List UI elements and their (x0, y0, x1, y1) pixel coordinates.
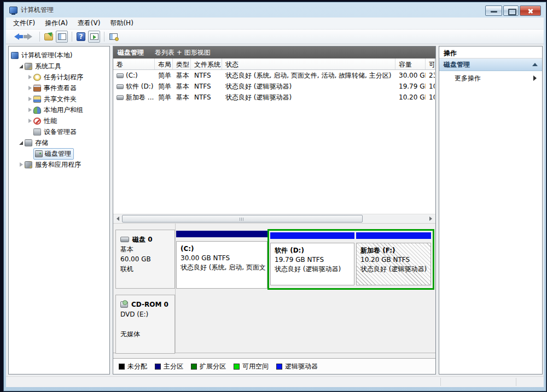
back-icon[interactable] (10, 31, 22, 43)
legend-swatch (119, 364, 125, 370)
console-options-icon[interactable] (107, 31, 119, 43)
tree-item-storage[interactable]: 存储 (9, 137, 109, 148)
forward-icon[interactable] (24, 31, 36, 43)
column-free-space[interactable]: 可用空间 (426, 58, 435, 69)
scrollbar-thumb[interactable] (122, 215, 363, 223)
partition-c[interactable]: (C:) 30.00 GB NTFS 状态良好 (系统, 启动, 页面文 (176, 231, 267, 290)
partition-size: 10.20 GB NTFS (360, 255, 430, 265)
volume-type: 基本 (173, 82, 191, 91)
content-area: 计算机管理(本地) 系统工具 任务计划程序 事件查看器 (6, 44, 544, 376)
partition-status: 状态良好 (系统, 启动, 页面文 (181, 263, 267, 272)
collapsed-triangle-icon[interactable] (26, 86, 33, 90)
cdrom-label-box[interactable]: CD-ROM 0 DVD (E:) 无媒体 (115, 295, 175, 354)
export-list-icon[interactable] (43, 31, 55, 43)
volume-capacity: 19.79 GB (395, 83, 426, 90)
legend-label: 未分配 (127, 362, 147, 371)
volume-free: 10 (426, 93, 435, 101)
tree-item-performance[interactable]: 性能 (9, 115, 109, 126)
volume-capacity: 10.20 GB (395, 93, 426, 101)
cdrom-media: 无媒体 (120, 329, 174, 339)
tree-item-label: 性能 (44, 116, 57, 126)
legend-label: 逻辑驱动器 (285, 362, 318, 371)
column-type[interactable]: 类型 (173, 58, 191, 69)
disk-icon (120, 237, 129, 242)
storage-icon (25, 139, 32, 147)
cdrom-drive: DVD (E:) (120, 309, 174, 319)
menu-help[interactable]: 帮助(H) (105, 17, 138, 29)
help-icon[interactable]: ? (75, 31, 87, 43)
volume-table-header: 卷 布局 类型 文件系统 状态 容量 可用空间 (113, 58, 435, 70)
column-filesystem[interactable]: 文件系统 (191, 58, 222, 69)
show-console-tree-icon[interactable] (56, 31, 68, 43)
tree-item-system-tools[interactable]: 系统工具 (9, 61, 109, 72)
tree-item-local-users-groups[interactable]: 本地用户和组 (9, 104, 109, 115)
disk0-row: 磁盘 0 基本 60.00 GB 联机 (C:) 30.00 GB NTFS 状… (115, 229, 433, 291)
tree-item-label: 事件查看器 (44, 84, 77, 93)
disk0-type: 基本 (120, 244, 174, 254)
tree-item-services-applications[interactable]: 服务和应用程序 (9, 159, 109, 170)
tree-item-label: 设备管理器 (44, 127, 77, 137)
window-title: 计算机管理 (21, 5, 54, 15)
primary-partition-bar (176, 231, 267, 237)
expanded-triangle-icon[interactable] (18, 65, 25, 68)
partition-size: 30.00 GB NTFS (181, 254, 267, 263)
shared-folders-icon (33, 96, 41, 103)
menu-action[interactable]: 操作(A) (40, 17, 73, 29)
volume-layout: 简单 (155, 93, 173, 102)
close-button[interactable] (520, 5, 541, 16)
actions-section-disk-management[interactable]: 磁盘管理 (439, 58, 542, 71)
disk0-label-box[interactable]: 磁盘 0 基本 60.00 GB 联机 (115, 230, 175, 289)
collapsed-triangle-icon[interactable] (26, 75, 33, 79)
legend-swatch (276, 364, 282, 370)
tree-item-shared-folders[interactable]: 共享文件夹 (9, 93, 109, 104)
legend-extended: 扩展分区 (191, 362, 226, 371)
column-layout[interactable]: 布局 (155, 58, 173, 69)
tree-item-disk-management[interactable]: 磁盘管理 (9, 148, 109, 159)
volume-row-c[interactable]: (C:) 简单 基本 NTFS 状态良好 (系统, 启动, 页面文件, 活动, … (113, 70, 435, 81)
disk-management-icon (35, 150, 43, 157)
legend-swatch (191, 364, 197, 370)
minimize-button[interactable] (485, 5, 502, 16)
collapsed-triangle-icon[interactable] (18, 162, 25, 167)
legend-swatch (155, 364, 161, 370)
volume-fs: NTFS (191, 83, 222, 90)
cdrom-icon (120, 301, 128, 308)
column-volume[interactable]: 卷 (113, 58, 155, 69)
status-bar (6, 376, 544, 387)
menu-file[interactable]: 文件(F) (8, 17, 40, 29)
partition-d[interactable]: 软件 (D:) 19.79 GB NTFS 状态良好 (逻辑驱动器) (270, 232, 354, 286)
more-actions-item[interactable]: 更多操作 (439, 71, 542, 85)
scroll-left-icon[interactable] (113, 214, 123, 223)
computer-management-window: 计算机管理 文件(F) 操作(A) 查看(V) 帮助(H) ? 计算机管理(本地… (3, 2, 546, 391)
volume-row-f[interactable]: 新加卷 ... 简单 基本 NTFS 状态良好 (逻辑驱动器) 10.20 GB… (113, 92, 435, 103)
tree-item-event-viewer[interactable]: 事件查看器 (9, 83, 109, 93)
show-action-pane-icon[interactable] (88, 31, 100, 43)
collapse-icon[interactable] (532, 63, 538, 66)
disk0-size: 60.00 GB (120, 254, 174, 264)
volume-name: 新加卷 ... (126, 93, 154, 102)
tree-item-device-manager[interactable]: 设备管理器 (9, 126, 109, 137)
pane-header: 磁盘管理 卷列表 + 图形视图 (113, 46, 435, 58)
system-tools-icon (25, 63, 32, 70)
tree-item-task-scheduler[interactable]: 任务计划程序 (9, 72, 109, 83)
partition-f-selected[interactable]: 新加卷 (F:) 10.20 GB NTFS 状态良好 (逻辑驱动器) (356, 232, 431, 286)
computer-icon (11, 52, 19, 59)
maximize-button[interactable] (503, 5, 519, 16)
console-tree-panel: 计算机管理(本地) 系统工具 任务计划程序 事件查看器 (8, 46, 110, 375)
disk0-name: 磁盘 0 (132, 235, 153, 244)
column-capacity[interactable]: 容量 (395, 58, 426, 69)
scroll-right-icon[interactable] (426, 214, 435, 223)
menu-view[interactable]: 查看(V) (73, 17, 106, 29)
volume-status: 状态良好 (逻辑驱动器) (222, 93, 395, 102)
collapsed-triangle-icon[interactable] (26, 108, 33, 112)
tree-item-label: 共享文件夹 (44, 95, 77, 104)
titlebar[interactable]: 计算机管理 (4, 2, 546, 17)
collapsed-triangle-icon[interactable] (26, 119, 33, 123)
volume-row-d[interactable]: 软件 (D:) 简单 基本 NTFS 状态良好 (逻辑驱动器) 19.79 GB… (113, 81, 435, 92)
collapsed-triangle-icon[interactable] (26, 97, 33, 101)
horizontal-scrollbar[interactable] (113, 214, 435, 223)
column-status[interactable]: 状态 (222, 58, 395, 69)
volume-status: 状态良好 (系统, 启动, 页面文件, 活动, 故障转储, 主分区) (222, 71, 395, 80)
tree-item-computer-management[interactable]: 计算机管理(本地) (9, 50, 109, 61)
expanded-triangle-icon[interactable] (18, 141, 25, 145)
